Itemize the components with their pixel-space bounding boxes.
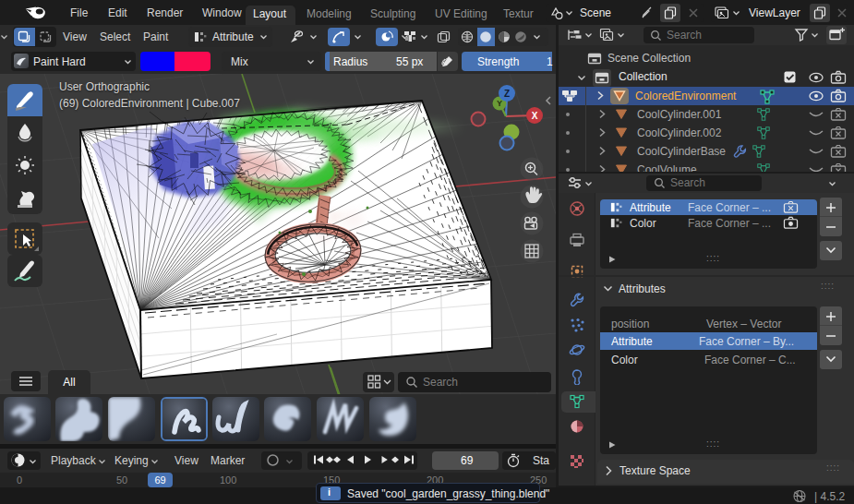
svg-text:Z: Z xyxy=(504,89,510,99)
svg-text:Y: Y xyxy=(497,99,502,108)
svg-text:X: X xyxy=(532,111,538,121)
